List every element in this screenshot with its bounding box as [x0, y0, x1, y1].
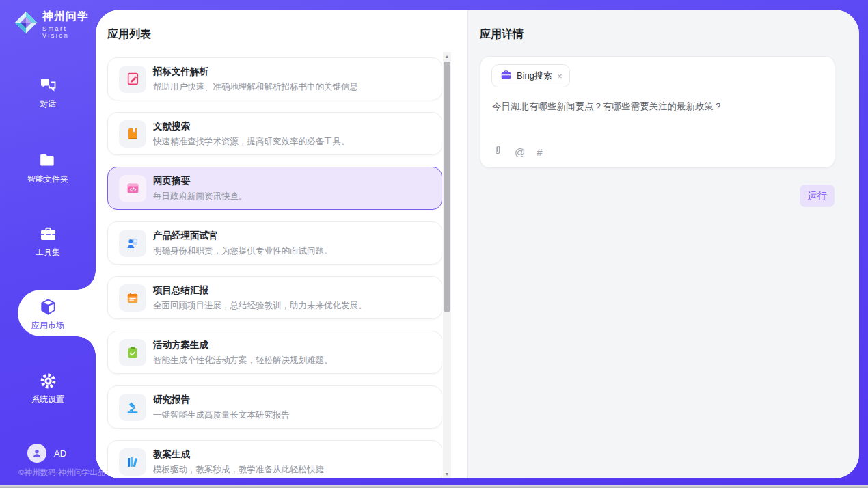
app-desc: 每日政府新闻资讯快查。	[153, 191, 247, 202]
sidebar: 神州问学 Smart Vision 对话 智能文件夹	[0, 0, 96, 488]
app-card-research-report[interactable]: 研究报告 一键智能生成高质量长文本研究报告	[107, 385, 442, 429]
sidebar-item-settings[interactable]: 系统设置	[0, 372, 96, 405]
app-detail-title: 应用详情	[480, 27, 524, 42]
app-title: 活动方案生成	[153, 339, 333, 351]
sidebar-item-label: 工具集	[36, 247, 60, 258]
prompt-toolbar: @ #	[492, 144, 543, 159]
app-title: 项目总结汇报	[153, 284, 367, 297]
scrollbar-thumb[interactable]	[444, 62, 450, 312]
prompt-input[interactable]: 今日湖北有哪些新闻要点？有哪些需要关注的最新政策？	[492, 100, 820, 113]
close-icon[interactable]: ×	[557, 72, 562, 81]
sidebar-item-app-market[interactable]: 应用市场	[0, 298, 96, 331]
diamond-logo-icon	[14, 9, 38, 39]
scroll-up-arrow-icon[interactable]: ▲	[443, 52, 451, 61]
sidebar-item-label: 系统设置	[31, 394, 64, 405]
app-card-lesson-plan[interactable]: 教案生成 模板驱动，教案秒成，教学准备从此轻松快捷	[107, 440, 442, 478]
run-button[interactable]: 运行	[800, 185, 835, 207]
app-list-title: 应用列表	[107, 27, 151, 42]
sidebar-item-label: 应用市场	[31, 320, 64, 331]
browser-code-icon	[119, 175, 146, 202]
microscope-icon	[119, 394, 146, 421]
app-desc: 一键智能生成高质量长文本研究报告	[153, 409, 290, 421]
app-desc: 模板驱动，教案秒成，教学准备从此轻松快捷	[153, 464, 324, 476]
scroll-down-arrow-icon[interactable]: ▼	[443, 470, 451, 478]
sidebar-item-toolset[interactable]: 工具集	[0, 225, 96, 258]
hash-icon[interactable]: #	[537, 146, 542, 158]
chat-icon	[38, 77, 57, 94]
main-content: 应用列表 招标文件解析 帮助用户快速、准确地理解和解析招标书中的关键信息	[96, 10, 859, 478]
tool-chip-bing-search[interactable]: Bing搜索 ×	[491, 64, 570, 87]
copyright-footer: ©神州数码·神州问学出品	[18, 467, 105, 478]
app-title: 网页摘要	[153, 175, 247, 187]
app-list-panel: 应用列表 招标文件解析 帮助用户快速、准确地理解和解析招标书中的关键信息	[96, 10, 468, 478]
paperclip-icon[interactable]	[492, 144, 503, 159]
user-account[interactable]: AD	[27, 444, 66, 463]
app-desc: 帮助用户快速、准确地理解和解析招标书中的关键信息	[153, 81, 358, 93]
person-doc-icon	[119, 230, 146, 257]
app-card-activity-plan[interactable]: 活动方案生成 智能生成个性化活动方案，轻松解决规划难题。	[107, 331, 442, 374]
cube-icon	[38, 298, 57, 316]
app-list: 招标文件解析 帮助用户快速、准确地理解和解析招标书中的关键信息 文献搜索 快速精…	[107, 57, 442, 478]
document-edit-icon	[119, 66, 146, 93]
app-desc: 明确身份和职责，为您提供专业性的面试问题。	[153, 245, 333, 257]
toolbox-icon	[38, 225, 57, 243]
gear-icon	[38, 372, 57, 390]
app-card-web-summary[interactable]: 网页摘要 每日政府新闻资讯快查。	[107, 167, 442, 210]
app-title: 产品经理面试官	[153, 230, 333, 242]
app-list-scrollbar[interactable]: ▲ ▼	[443, 52, 451, 478]
sidebar-item-label: 对话	[40, 98, 56, 110]
sidebar-item-smart-folder[interactable]: 智能文件夹	[0, 152, 96, 185]
at-icon[interactable]: @	[515, 146, 525, 158]
clipboard-check-icon	[119, 339, 146, 366]
book-icon	[119, 120, 146, 148]
app-desc: 全面回顾项目进展，总结经验教训，助力未来优化发展。	[153, 300, 367, 312]
app-desc: 智能生成个性化活动方案，轻松解决规划难题。	[153, 355, 333, 366]
sidebar-item-chat[interactable]: 对话	[0, 77, 96, 110]
brand-subtitle: Smart Vision	[42, 25, 96, 39]
app-card-literature-search[interactable]: 文献搜索 快速精准查找学术资源，提高研究效率的必备工具。	[107, 112, 442, 155]
app-title: 研究报告	[153, 394, 290, 406]
brand-name: 神州问学	[42, 10, 96, 24]
app-title: 教案生成	[153, 448, 324, 461]
window-bottom-edge	[0, 485, 868, 488]
tool-chip-label: Bing搜索	[517, 70, 552, 82]
app-detail-panel: 应用详情 Bing搜索 × 今日湖北有哪些新闻要点？有哪些需要关注的最新政策？	[468, 10, 859, 478]
calendar-icon	[119, 284, 146, 312]
app-desc: 快速精准查找学术资源，提高研究效率的必备工具。	[153, 136, 350, 148]
user-initials: AD	[54, 448, 66, 459]
avatar	[27, 444, 46, 463]
app-card-bid-parse[interactable]: 招标文件解析 帮助用户快速、准确地理解和解析招标书中的关键信息	[107, 57, 442, 100]
sidebar-item-label: 智能文件夹	[27, 174, 68, 185]
brand-logo: 神州问学 Smart Vision	[14, 9, 96, 39]
briefcase-icon	[500, 69, 512, 83]
app-card-project-summary[interactable]: 项目总结汇报 全面回顾项目进展，总结经验教训，助力未来优化发展。	[107, 276, 442, 319]
app-title: 文献搜索	[153, 120, 350, 133]
folder-icon	[38, 152, 57, 170]
prompt-card: Bing搜索 × 今日湖北有哪些新闻要点？有哪些需要关注的最新政策？ @ #	[480, 56, 835, 168]
app-title: 招标文件解析	[153, 66, 358, 78]
books-icon	[119, 448, 146, 476]
app-card-pm-interviewer[interactable]: 产品经理面试官 明确身份和职责，为您提供专业性的面试问题。	[107, 221, 442, 265]
